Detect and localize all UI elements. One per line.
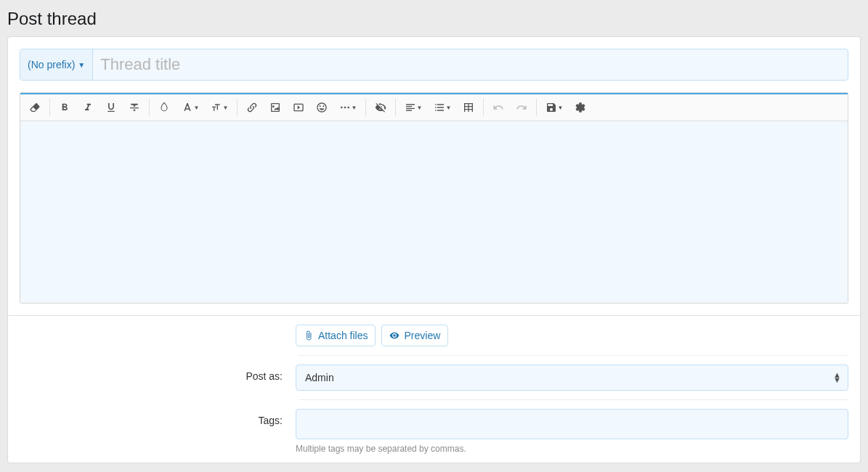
editor-content-area[interactable]	[20, 121, 848, 303]
preview-button[interactable]: Preview	[381, 325, 448, 346]
link-icon	[246, 102, 258, 113]
toolbar-separator	[365, 99, 366, 116]
save-icon	[545, 102, 557, 113]
gear-icon	[575, 102, 586, 113]
emoji-button[interactable]	[310, 96, 333, 119]
droplet-icon	[158, 102, 170, 113]
eye-icon	[389, 330, 399, 341]
strikethrough-icon	[129, 102, 140, 113]
post-as-row: Post as: Admin ▲▼	[8, 356, 860, 399]
underline-button[interactable]	[100, 96, 123, 119]
list-icon	[434, 102, 445, 113]
caret-down-icon: ▼	[558, 105, 564, 111]
font-size-icon	[211, 102, 222, 113]
table-button[interactable]	[457, 96, 480, 119]
caret-down-icon: ▼	[78, 61, 85, 69]
video-icon	[293, 102, 304, 113]
paperclip-icon	[304, 330, 314, 341]
caret-down-icon: ▼	[194, 105, 200, 111]
redo-button[interactable]	[510, 96, 533, 119]
align-left-icon	[405, 102, 416, 113]
title-row: (No prefix) ▼	[20, 49, 848, 81]
toolbar-separator	[49, 99, 50, 116]
smile-icon	[316, 102, 328, 113]
bold-icon	[59, 102, 70, 113]
tags-row: Tags: Multiple tags may be separated by …	[8, 400, 860, 463]
font-family-button[interactable]: ▼	[176, 96, 205, 119]
tags-hint: Multiple tags may be separated by commas…	[296, 444, 848, 454]
bold-button[interactable]	[53, 96, 76, 119]
underline-icon	[105, 102, 117, 113]
form-bottom: Attach files Preview Post as: Admin ▲▼	[8, 315, 860, 463]
label-col-empty	[20, 325, 296, 346]
toolbar-separator	[536, 99, 537, 116]
list-button[interactable]: ▼	[428, 96, 457, 119]
align-button[interactable]: ▼	[399, 96, 428, 119]
settings-button[interactable]	[569, 96, 592, 119]
editor: ▼ ▼ ▼ ▼ ▼ ▼	[20, 92, 848, 304]
prefix-select[interactable]: (No prefix) ▼	[20, 49, 93, 80]
table-icon	[463, 102, 474, 113]
post-as-select[interactable]: Admin	[296, 365, 848, 391]
toolbar-separator	[149, 99, 150, 116]
page-title: Post thread	[0, 0, 868, 36]
font-size-button[interactable]: ▼	[205, 96, 234, 119]
tags-input[interactable]	[296, 409, 848, 439]
image-button[interactable]	[264, 96, 287, 119]
caret-down-icon: ▼	[352, 105, 357, 111]
link-button[interactable]	[240, 96, 264, 119]
actions-row: Attach files Preview	[8, 316, 860, 355]
svg-point-1	[344, 107, 346, 109]
post-form-card: (No prefix) ▼ ▼ ▼ ▼ ▼ ▼	[7, 36, 861, 463]
italic-button[interactable]	[76, 96, 100, 119]
preview-label: Preview	[404, 330, 440, 341]
media-button[interactable]	[287, 96, 310, 119]
prefix-label: (No prefix)	[28, 59, 75, 70]
ellipsis-icon	[339, 102, 351, 113]
thread-title-input[interactable]	[93, 49, 848, 80]
redo-icon	[516, 102, 527, 113]
attach-files-label: Attach files	[318, 330, 368, 341]
eraser-icon	[29, 102, 41, 113]
text-color-button[interactable]	[153, 96, 176, 119]
more-button[interactable]: ▼	[333, 96, 362, 119]
remove-formatting-button[interactable]	[23, 96, 46, 119]
italic-icon	[82, 102, 94, 113]
editor-toolbar: ▼ ▼ ▼ ▼ ▼ ▼	[20, 94, 848, 121]
font-icon	[182, 102, 193, 113]
undo-icon	[492, 102, 504, 113]
toolbar-separator	[237, 99, 238, 116]
svg-point-0	[341, 107, 343, 109]
caret-down-icon: ▼	[417, 105, 423, 111]
strikethrough-button[interactable]	[123, 96, 146, 119]
undo-button[interactable]	[487, 96, 510, 119]
eye-slash-icon	[375, 102, 386, 113]
toolbar-separator	[395, 99, 396, 116]
toolbar-separator	[483, 99, 484, 116]
attach-files-button[interactable]: Attach files	[296, 325, 376, 346]
caret-down-icon: ▼	[223, 105, 229, 111]
tags-label: Tags:	[20, 409, 296, 454]
toggle-bbcode-button[interactable]	[369, 96, 392, 119]
drafts-button[interactable]: ▼	[540, 96, 569, 119]
post-as-label: Post as:	[20, 365, 296, 391]
image-icon	[269, 102, 281, 113]
caret-down-icon: ▼	[446, 105, 452, 111]
svg-point-2	[347, 107, 349, 109]
